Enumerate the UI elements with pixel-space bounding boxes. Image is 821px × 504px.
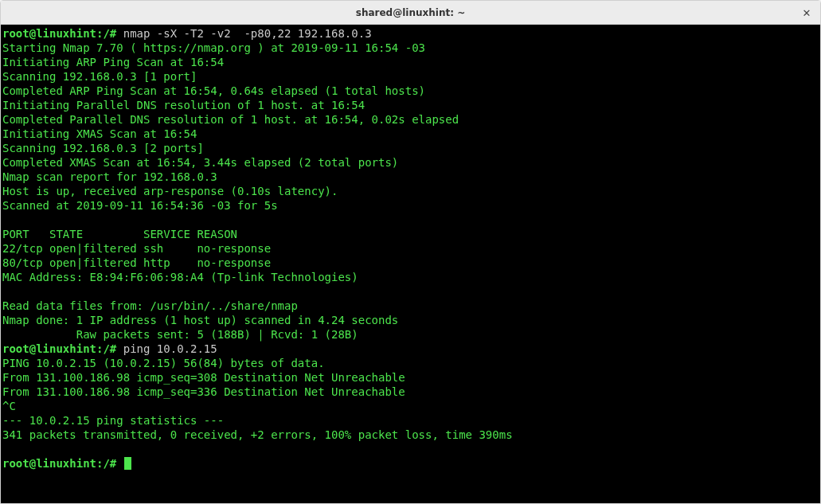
output-line: 80/tcp open|filtered http no-response [2,256,271,269]
command-1: nmap -sX -T2 -v2 -p80,22 192.168.0.3 [123,27,372,40]
output-line: Nmap scan report for 192.168.0.3 [2,170,217,183]
window-title: shared@linuxhint: ~ [356,7,465,18]
output-line: Initiating Parallel DNS resolution of 1 … [2,99,365,111]
terminal-window: shared@linuxhint: ~ ✕ root@linuxhint:/# … [0,0,821,504]
output-line: Raw packets sent: 5 (188B) | Rcvd: 1 (28… [2,328,358,341]
output-line: MAC Address: E8:94:F6:06:98:A4 (Tp-link … [2,271,358,283]
output-line: Read data files from: /usr/bin/../share/… [2,299,298,312]
output-line: PING 10.0.2.15 (10.0.2.15) 56(84) bytes … [2,357,325,369]
close-icon[interactable]: ✕ [799,6,814,20]
output-line: Initiating XMAS Scan at 16:54 [2,127,197,140]
output-line: Scanning 192.168.0.3 [1 port] [2,70,197,83]
shell-prompt: root@linuxhint:/# [2,342,123,355]
output-line: 22/tcp open|filtered ssh no-response [2,242,271,255]
output-line: ^C [2,400,16,412]
output-line: Completed ARP Ping Scan at 16:54, 0.64s … [2,84,425,97]
terminal-viewport[interactable]: root@linuxhint:/# nmap -sX -T2 -v2 -p80,… [1,25,820,503]
output-line: Completed Parallel DNS resolution of 1 h… [2,113,459,126]
output-line: From 131.100.186.98 icmp_seq=308 Destina… [2,371,405,384]
cursor-block [124,457,131,470]
output-line: --- 10.0.2.15 ping statistics --- [2,414,224,427]
output-line: Completed XMAS Scan at 16:54, 3.44s elap… [2,156,398,169]
output-line: Starting Nmap 7.70 ( https://nmap.org ) … [2,41,425,54]
titlebar[interactable]: shared@linuxhint: ~ ✕ [1,1,820,25]
shell-prompt: root@linuxhint:/# [2,457,123,470]
output-line: Initiating ARP Ping Scan at 16:54 [2,56,224,68]
output-line: Host is up, received arp-response (0.10s… [2,185,338,197]
output-line: Scanned at 2019-09-11 16:54:36 -03 for 5… [2,199,278,212]
output-line: PORT STATE SERVICE REASON [2,228,237,240]
output-line: Scanning 192.168.0.3 [2 ports] [2,142,204,154]
command-2: ping 10.0.2.15 [123,342,217,355]
output-line: Nmap done: 1 IP address (1 host up) scan… [2,314,398,326]
output-line: From 131.100.186.98 icmp_seq=336 Destina… [2,385,405,398]
shell-prompt: root@linuxhint:/# [2,27,123,40]
output-line: 341 packets transmitted, 0 received, +2 … [2,428,513,441]
